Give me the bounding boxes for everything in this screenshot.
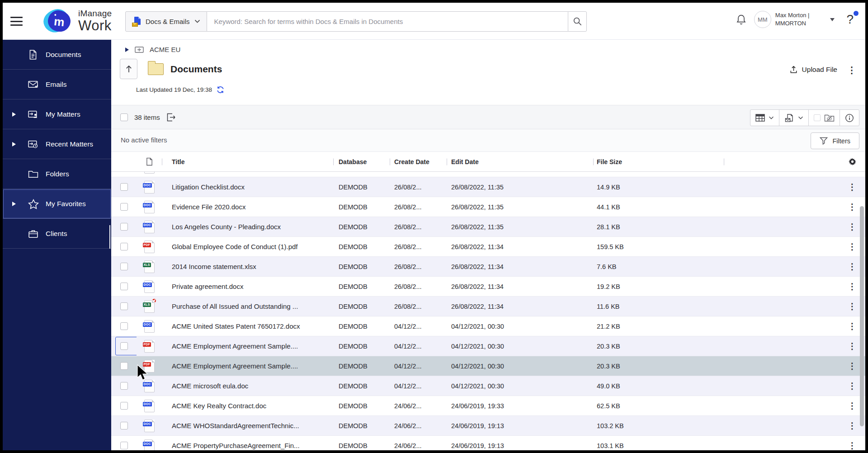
row-kebab-icon[interactable]: ⋮ [848, 381, 857, 391]
header-title[interactable]: Title [162, 152, 333, 171]
sidebar-scrollbar[interactable] [109, 225, 110, 249]
row-kebab-icon[interactable]: ⋮ [848, 281, 857, 292]
row-checkbox[interactable] [120, 362, 128, 370]
row-title[interactable]: 2014 Income statement.xlsx [162, 257, 333, 276]
row-checkbox[interactable] [120, 203, 128, 211]
row-kebab-icon[interactable]: ⋮ [848, 202, 857, 212]
menu-icon[interactable] [10, 17, 23, 26]
breadcrumb-expand-icon[interactable] [125, 47, 129, 52]
row-kebab-icon[interactable]: ⋮ [848, 172, 857, 172]
row-checkbox[interactable] [120, 302, 128, 310]
table-row[interactable]: XLS 2014 Income statement.xlsx DEMODB 26… [111, 257, 865, 277]
row-checkbox[interactable] [120, 382, 128, 390]
row-title[interactable]: ACME Key Realty Contract.doc [162, 396, 333, 415]
help-icon[interactable]: ? [846, 12, 854, 27]
table-row[interactable]: PDF ACME Employment Agreement Sample....… [111, 356, 865, 376]
user-name-block[interactable]: Max Morton | MMORTON [775, 11, 810, 27]
row-title[interactable]: Los Angeles County - Pleading.docx [162, 217, 333, 236]
row-checkbox[interactable] [120, 243, 128, 250]
row-title[interactable]: ACME PropertyPurchaseAgreement_Fin... [162, 436, 333, 450]
row-checkbox[interactable] [120, 263, 128, 270]
table-row[interactable]: DOC Evidence File 2020.docx DEMODB 26/08… [111, 197, 865, 217]
row-checkbox[interactable] [120, 223, 128, 231]
row-title[interactable]: Litigation Checklist.docx [162, 177, 333, 197]
table-row[interactable]: PDF ACME Employment Agreement Sample....… [111, 336, 865, 356]
row-kebab-icon[interactable]: ⋮ [848, 301, 857, 311]
row-kebab-icon[interactable]: ⋮ [848, 261, 857, 272]
table-row[interactable]: DOC Private agreement.docx DEMODB 26/08/… [111, 277, 865, 297]
row-title[interactable] [162, 172, 333, 177]
breadcrumb-workspace[interactable]: ACME EU [150, 46, 180, 53]
row-title[interactable]: ACME Employment Agreement Sample.... [162, 356, 333, 376]
header-edit-date[interactable]: Edit Date [447, 152, 593, 171]
row-kebab-icon[interactable]: ⋮ [848, 182, 857, 192]
row-title[interactable]: ACME microsoft eula.doc [162, 376, 333, 396]
row-kebab-icon[interactable]: ⋮ [848, 420, 857, 431]
row-title[interactable]: ACME Employment Agreement Sample.... [162, 336, 333, 356]
table-row[interactable]: DOC Los Angeles County - Pleading.docx D… [111, 217, 865, 237]
sidebar-item-recent-matters[interactable]: Recent Matters [3, 129, 111, 159]
user-menu-caret-icon[interactable] [830, 18, 835, 21]
avatar[interactable]: MM [754, 11, 771, 28]
sidebar-item-my-favorites[interactable]: My Favorites [3, 189, 111, 219]
search-input[interactable] [207, 11, 568, 32]
row-checkbox[interactable] [120, 402, 128, 410]
sidebar-item-clients[interactable]: Clients [3, 219, 111, 249]
row-checkbox[interactable] [120, 422, 128, 429]
row-kebab-icon[interactable]: ⋮ [848, 222, 857, 232]
header-create-date[interactable]: Create Date [390, 152, 447, 171]
filters-button[interactable]: Filters [811, 132, 859, 149]
header-file-size[interactable]: File Size [593, 152, 724, 171]
folder-actions-kebab-icon[interactable]: ⋮ [847, 65, 856, 76]
table-row[interactable]: DOC ACME microsoft eula.doc DEMODB 04/12… [111, 376, 865, 396]
row-kebab-icon[interactable]: ⋮ [848, 341, 857, 351]
upload-file-button[interactable]: Upload File [789, 65, 837, 74]
sidebar-item-documents[interactable]: Documents [3, 40, 111, 70]
table-row[interactable]: DOC ACME United States Patent 7650172.do… [111, 316, 865, 336]
row-kebab-icon[interactable]: ⋮ [848, 361, 857, 371]
sidebar-item-folders[interactable]: Folders [3, 159, 111, 189]
row-title[interactable]: ACME United States Patent 7650172.docx [162, 316, 333, 336]
column-settings-gear-icon[interactable] [839, 152, 865, 171]
row-checkbox[interactable] [120, 342, 128, 350]
expand-arrow-icon[interactable] [12, 142, 16, 146]
table-row[interactable]: DOC ACME PropertyPurchaseAgreement_Fin..… [111, 436, 865, 450]
private-folder-icon[interactable] [824, 113, 835, 122]
select-all-checkbox[interactable] [120, 113, 128, 121]
info-button[interactable] [840, 110, 859, 126]
row-title[interactable]: Evidence File 2020.docx [162, 197, 333, 217]
expand-arrow-icon[interactable] [12, 202, 16, 206]
notifications-bell-icon[interactable] [736, 14, 747, 26]
expand-arrow-icon[interactable] [12, 112, 16, 117]
row-checkbox[interactable] [120, 322, 128, 330]
row-checkbox[interactable] [120, 442, 128, 449]
table-row[interactable]: DOC ACME WHOStandardAgreementTechnic... … [111, 416, 865, 436]
docs-emails-view-dropdown[interactable] [779, 110, 808, 126]
row-kebab-icon[interactable]: ⋮ [848, 241, 857, 252]
search-scope-dropdown[interactable]: Docs & Emails [125, 11, 207, 32]
row-kebab-icon[interactable]: ⋮ [848, 321, 857, 331]
table-row[interactable]: XLS Purchase of All Issued and Outstandi… [111, 297, 865, 316]
refresh-icon[interactable] [216, 85, 225, 94]
header-filetype-column[interactable] [137, 152, 162, 171]
export-icon[interactable] [166, 113, 176, 122]
navigate-up-button[interactable] [120, 59, 137, 79]
row-title[interactable]: ACME WHOStandardAgreementTechnic... [162, 416, 333, 435]
row-kebab-icon[interactable]: ⋮ [848, 401, 857, 411]
row-checkbox[interactable] [120, 183, 128, 191]
row-title[interactable]: Purchase of All Issued and Outstanding .… [162, 297, 333, 316]
vertical-scrollbar[interactable] [860, 206, 864, 426]
row-title[interactable]: Global Employee Code of Conduct (1).pdf [162, 237, 333, 256]
header-database[interactable]: Database [333, 152, 390, 171]
table-row[interactable]: ⋮ [111, 172, 865, 177]
table-row[interactable]: DOC Litigation Checklist.docx DEMODB 26/… [111, 177, 865, 197]
row-kebab-icon[interactable]: ⋮ [848, 440, 857, 450]
row-title[interactable]: Private agreement.docx [162, 277, 333, 296]
table-view-dropdown[interactable] [750, 110, 779, 126]
sidebar-item-my-matters[interactable]: My Matters [3, 99, 111, 129]
table-row[interactable]: PDF Global Employee Code of Conduct (1).… [111, 237, 865, 257]
sidebar-item-emails[interactable]: Emails [3, 70, 111, 99]
search-button[interactable] [568, 11, 587, 32]
table-row[interactable]: DOC ACME Key Realty Contract.doc DEMODB … [111, 396, 865, 416]
row-checkbox[interactable] [120, 283, 128, 290]
